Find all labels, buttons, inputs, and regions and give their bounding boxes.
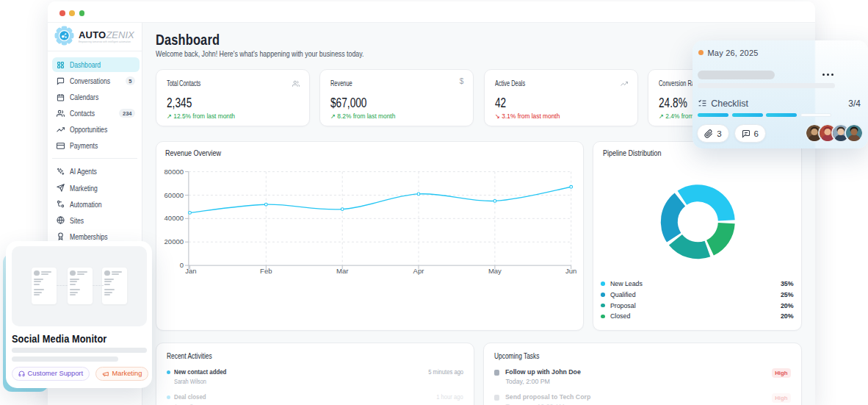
svg-text:May: May (488, 266, 502, 274)
svg-text:Mar: Mar (336, 266, 348, 274)
svg-text:Jun: Jun (565, 266, 576, 274)
svg-text:0: 0 (180, 261, 184, 269)
svg-text:Feb: Feb (260, 266, 272, 274)
svg-text:Jan: Jan (185, 266, 196, 274)
svg-text:40000: 40000 (164, 214, 183, 222)
svg-text:80000: 80000 (164, 167, 183, 175)
svg-text:Apr: Apr (413, 266, 424, 274)
svg-text:60000: 60000 (164, 190, 183, 198)
svg-text:20000: 20000 (164, 237, 183, 245)
